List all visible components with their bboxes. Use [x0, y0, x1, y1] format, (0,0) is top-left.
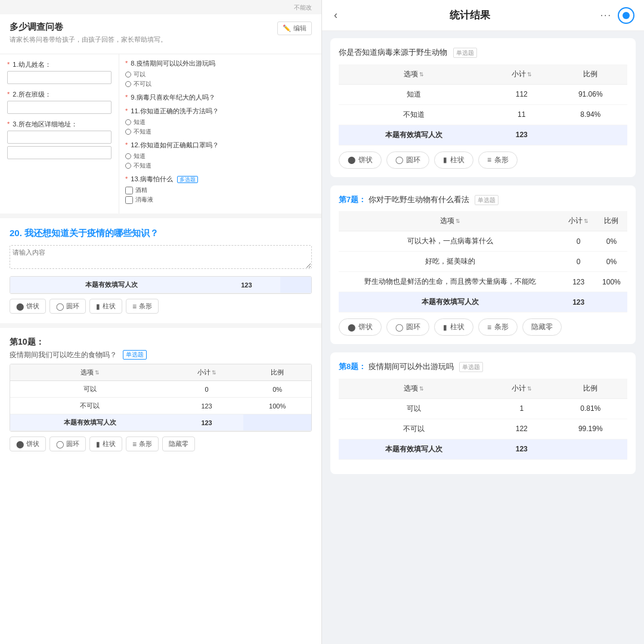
q7-th-percent: 比例: [596, 211, 627, 231]
q10-bar-btn[interactable]: ▮ 柱状: [89, 436, 122, 451]
q7-sum-count: 123: [562, 292, 596, 312]
field-class-label: * 2.所在班级：: [7, 90, 112, 99]
rq-11-radio-2[interactable]: [125, 129, 131, 135]
q7-bar-icon: ▮: [443, 323, 447, 332]
vs-pie-btn[interactable]: ⬤ 饼状: [339, 151, 382, 169]
q20-textarea[interactable]: [10, 245, 312, 269]
rq-12-radio-1[interactable]: [125, 153, 131, 159]
q10-ring-label: 圆环: [66, 439, 79, 448]
q8-sum-count: 123: [490, 439, 554, 459]
q7-sum-label: 本题有效填写人次: [339, 292, 562, 312]
q10-question: 疫情期间我们可以吃生的食物吗？: [10, 350, 117, 360]
gray-divider-2: [0, 323, 321, 328]
q7-opt-1: 可以大补，一点病毒算什么: [339, 231, 562, 252]
rq-13-option-1[interactable]: 酒精: [125, 186, 315, 194]
rq-8-radio-2[interactable]: [125, 81, 131, 87]
q10-option-1: 可以: [10, 381, 170, 398]
pie-label: 饼状: [26, 302, 39, 311]
q7-table: 选项⇅ 小计⇅ 比例 可以大补，一点病毒算什么 0 0% 好吃，挺美味的 0 0…: [339, 211, 627, 312]
q8-th-percent: 比例: [554, 379, 627, 399]
q-virus-source-thead-row: 选项⇅ 小计⇅ 比例: [339, 64, 627, 85]
q10-pie-label: 饼状: [26, 439, 39, 448]
rq-12-radio-2[interactable]: [125, 163, 131, 169]
class-input[interactable]: [7, 101, 112, 114]
q-virus-source-th-option: 选项⇅: [339, 64, 490, 85]
vs-bar-icon: ▮: [443, 156, 447, 164]
q-virus-source-pct-1: 91.06%: [554, 84, 627, 104]
q20-bar-btn[interactable]: ▮ 柱状: [89, 299, 122, 314]
q10-section: 第10题： 疫情期间我们可以吃生的食物吗？ 单选题 选项⇅ 小计⇅ 比例: [0, 328, 321, 461]
rq-12: * 12.你知道如何正确戴口罩吗？ 知道 不知道: [125, 141, 315, 170]
q7-pie-btn[interactable]: ⬤ 饼状: [339, 318, 382, 336]
q10-percent-2: 100%: [243, 398, 311, 414]
q10-pie-btn[interactable]: ⬤ 饼状: [10, 436, 46, 451]
rq-8-option-1[interactable]: 可以: [125, 70, 315, 79]
vs-bar-btn[interactable]: ▮ 柱状: [434, 151, 473, 169]
rq-8-radio-1[interactable]: [125, 72, 131, 78]
top-label-bar: 不能改: [0, 0, 321, 14]
q7-pie-icon: ⬤: [348, 323, 355, 332]
field-name: * 1.幼儿姓名：: [7, 60, 112, 84]
address-input-2[interactable]: [7, 146, 112, 159]
q7-hide-zero-btn[interactable]: 隐藏零: [522, 318, 562, 336]
q7-hbar-btn[interactable]: ≡ 条形: [478, 318, 518, 336]
back-button[interactable]: ‹: [332, 7, 340, 24]
q-virus-source-tag: 单选题: [453, 48, 477, 58]
q10-option-2: 不可以: [10, 398, 170, 414]
q7-count-1: 0: [562, 231, 596, 252]
more-options-button[interactable]: ···: [600, 10, 612, 21]
rq-13-label-1: 酒精: [135, 186, 147, 194]
q8-section-num: 第8题：: [339, 362, 366, 371]
rq-12-option-1[interactable]: 知道: [125, 152, 315, 160]
rq-8-title: * 8.疫情期间可以以外出游玩吗: [125, 59, 315, 68]
record-button[interactable]: [618, 7, 634, 24]
q10-th-count: 小计⇅: [170, 364, 244, 381]
q10-section-title: 第10题：: [10, 337, 44, 346]
q10-ring-btn[interactable]: ◯ 圆环: [49, 436, 86, 451]
q20-hbar-btn[interactable]: ≡ 条形: [126, 299, 159, 314]
q20-stats-table-wrap: 本题有效填写人次 123: [10, 276, 312, 294]
table-row: 不可以 123 100%: [10, 398, 311, 414]
name-input[interactable]: [7, 71, 112, 84]
ring-label: 圆环: [66, 302, 79, 311]
gray-divider-1: [0, 213, 321, 218]
q10-hide-zero-btn[interactable]: 隐藏零: [162, 436, 195, 451]
q10-header: 第10题： 疫情期间我们可以吃生的食物吗？ 单选题: [10, 336, 312, 360]
rq-8-option-2[interactable]: 不可以: [125, 80, 315, 88]
rq-13-check-2[interactable]: [125, 196, 133, 204]
q10-hide-zero-label: 隐藏零: [169, 439, 188, 448]
q-virus-source-opt-2: 不知道: [339, 104, 490, 125]
edit-button[interactable]: ✏️ 编辑: [277, 21, 312, 35]
address-input[interactable]: [7, 131, 112, 144]
q-virus-source-pct-2: 8.94%: [554, 104, 627, 125]
rq-11-radio-1[interactable]: [125, 119, 131, 125]
bar-icon-2: ▮: [96, 440, 100, 448]
rq-13-option-2[interactable]: 消毒液: [125, 196, 315, 204]
vs-ring-btn[interactable]: ◯ 圆环: [386, 151, 429, 169]
rq-12-title: * 12.你知道如何正确戴口罩吗？: [125, 141, 315, 150]
vs-ring-icon: ◯: [395, 156, 403, 164]
q20-ring-btn[interactable]: ◯ 圆环: [49, 299, 86, 314]
q7-ring-btn[interactable]: ◯ 圆环: [386, 318, 429, 336]
q8-thead-row: 选项⇅ 小计⇅ 比例: [339, 379, 627, 399]
q-virus-source-opt-1: 知道: [339, 84, 490, 104]
vs-hbar-btn[interactable]: ≡ 条形: [478, 151, 518, 169]
q8-table: 选项⇅ 小计⇅ 比例 可以 1 0.81% 不可以 122 99.19%: [339, 379, 627, 460]
q10-th-percent: 比例: [243, 364, 311, 381]
rq-11-label-2: 不知道: [134, 128, 151, 136]
q10-bar-label: 柱状: [103, 439, 116, 448]
q8-count-1: 1: [490, 398, 554, 419]
q10-hbar-btn[interactable]: ≡ 条形: [126, 436, 159, 451]
q8-sum-label: 本题有效填写人次: [339, 439, 490, 459]
edit-label: 编辑: [293, 24, 306, 33]
q20-pie-btn[interactable]: ⬤ 饼状: [10, 299, 46, 314]
rq-11-option-1[interactable]: 知道: [125, 118, 315, 126]
q10-stats-table-wrap: 选项⇅ 小计⇅ 比例 可以 0 0% 不可以 123 100%: [10, 364, 312, 432]
q7-section-num: 第7题：: [339, 195, 366, 204]
rq-12-option-2[interactable]: 不知道: [125, 162, 315, 170]
q20-summary-label: 本题有效填写人次: [10, 277, 213, 293]
q7-summary: 本题有效填写人次 123: [339, 292, 627, 312]
rq-13-check-1[interactable]: [125, 187, 133, 194]
rq-11-option-2[interactable]: 不知道: [125, 128, 315, 136]
q7-bar-btn[interactable]: ▮ 柱状: [434, 318, 473, 336]
